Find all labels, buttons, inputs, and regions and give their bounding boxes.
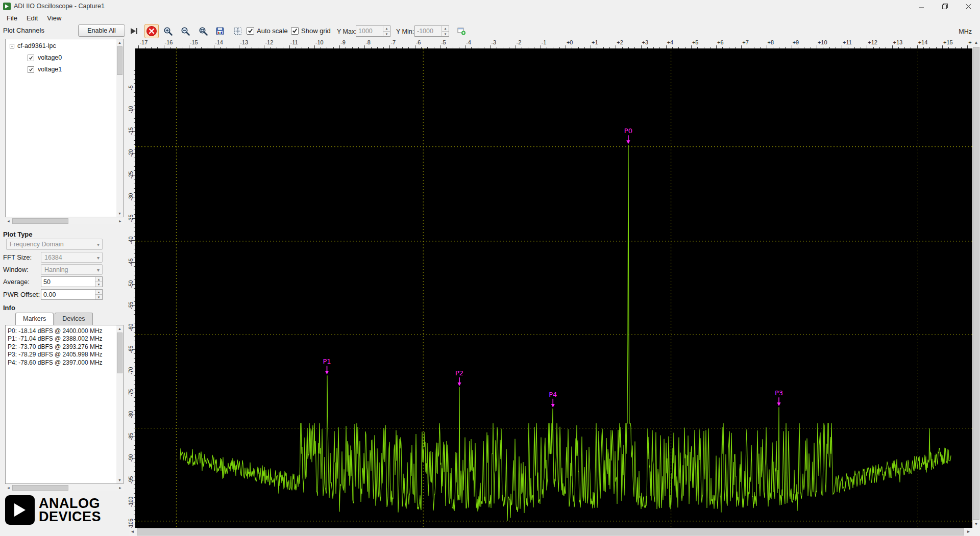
y-axis-tick-label: -40 (128, 237, 134, 244)
average-down-icon[interactable]: ▾ (95, 282, 102, 287)
channel-row: voltage0 (28, 54, 123, 61)
zoom-in-icon[interactable] (163, 27, 173, 36)
marker-arrow-icon (777, 402, 780, 406)
menu-file[interactable]: File (2, 13, 22, 23)
device-tree-root[interactable]: cf-ad9361-lpc (6, 39, 123, 49)
plot-type-label: Plot Type (3, 231, 33, 238)
y-axis-tick-label: -30 (128, 193, 134, 200)
y-min-down-icon[interactable]: ▾ (442, 31, 449, 37)
close-button[interactable] (957, 0, 980, 12)
scroll-right-icon[interactable]: ► (965, 528, 972, 535)
stop-capture-button[interactable] (144, 24, 159, 38)
auto-scale-checkbox[interactable] (247, 27, 254, 35)
tree-vscrollbar[interactable]: ▲ ▼ (116, 39, 123, 217)
x-axis-tick-label: +4 (667, 39, 674, 45)
fullscreen-icon[interactable] (233, 27, 242, 36)
minimize-button[interactable] (910, 0, 933, 12)
restore-button[interactable] (933, 0, 957, 12)
scroll-up-icon[interactable]: ▲ (116, 39, 123, 46)
scroll-up-icon[interactable]: ▲ (116, 325, 123, 332)
x-axis-tick-label: -10 (315, 39, 324, 45)
enable-all-button[interactable]: Enable All (78, 24, 125, 37)
y-max-down-icon[interactable]: ▾ (383, 31, 390, 37)
markers-hscrollbar[interactable]: ◄ ► (5, 484, 124, 491)
tree-vscroll-thumb[interactable] (117, 46, 122, 75)
y-min-input[interactable] (415, 26, 442, 36)
collapse-icon[interactable] (10, 44, 14, 48)
window-select[interactable]: Hanning ▾ (41, 264, 103, 275)
logo-line2: DEVICES (39, 510, 101, 523)
plot-channels-label: Plot Channels (3, 27, 44, 34)
plot-vscrollbar[interactable]: ▲ ▼ (972, 39, 980, 528)
average-up-icon[interactable]: ▴ (95, 277, 102, 282)
adi-logo-mark (5, 495, 35, 525)
pwr-offset-down-icon[interactable]: ▾ (95, 294, 102, 299)
plot-markers: P0P1P2P3P4 (323, 127, 783, 407)
y-max-up-icon[interactable]: ▴ (383, 26, 390, 31)
capture-once-button[interactable] (129, 27, 138, 36)
marker-label: P3 (775, 389, 783, 397)
y-axis-tick-label: -65 (128, 345, 134, 352)
y-max-input[interactable] (356, 26, 383, 36)
fft-size-select[interactable]: 16384 ▾ (41, 252, 103, 263)
auto-scale-label: Auto scale (257, 27, 288, 35)
zoom-fit-icon[interactable] (199, 27, 208, 36)
scroll-up-icon[interactable]: ▲ (972, 39, 980, 46)
y-axis-tick-label: -10 (128, 106, 134, 113)
average-input[interactable] (41, 277, 95, 287)
y-axis-ruler: -5-10-15-20-25-30-35-40-45-50-55-60-65-7… (129, 48, 135, 528)
y-axis-tick-label: -85 (128, 432, 134, 440)
plot-area[interactable]: P0P1P2P3P4 (135, 48, 972, 528)
show-grid-checkbox[interactable] (291, 27, 299, 35)
plot-type-select[interactable]: Frequency Domain ▾ (6, 239, 103, 250)
x-axis-tick-label: +13 (893, 39, 903, 45)
tree-hscroll-thumb[interactable] (12, 218, 68, 224)
scroll-down-icon[interactable]: ▼ (972, 520, 980, 528)
plot-vscroll-thumb[interactable] (973, 47, 979, 520)
scroll-down-icon[interactable]: ▼ (116, 477, 123, 483)
y-axis-tick-label: -5 (128, 85, 134, 90)
marker-info-line: P2: -73.70 dBFS @ 2393.276 MHz (8, 343, 115, 351)
new-plot-icon[interactable] (457, 27, 466, 36)
fft-size-label: FFT Size: (3, 253, 32, 261)
chevron-down-icon: ▾ (97, 267, 100, 272)
plot-hscroll-thumb[interactable] (137, 528, 964, 535)
markers-vscrollbar[interactable]: ▲ ▼ (116, 325, 123, 483)
y-axis-tick-label: -15 (128, 127, 134, 135)
y-max-label: Y Max: (337, 28, 357, 35)
scroll-down-icon[interactable]: ▼ (116, 210, 123, 217)
plot-hscrollbar[interactable]: ◄ ► (129, 528, 972, 536)
auto-scale-toggle[interactable]: Auto scale (247, 27, 288, 35)
menu-view[interactable]: View (42, 13, 66, 23)
tab-devices[interactable]: Devices (55, 313, 92, 325)
tree-hscrollbar[interactable]: ◄ ► (5, 218, 124, 224)
tab-markers[interactable]: Markers (15, 313, 54, 325)
save-capture-icon[interactable] (215, 27, 225, 36)
pwr-offset-input[interactable] (41, 290, 95, 299)
scroll-left-icon[interactable]: ◄ (5, 218, 12, 224)
scroll-right-icon[interactable]: ► (117, 484, 124, 491)
scroll-left-icon[interactable]: ◄ (5, 484, 12, 491)
y-min-up-icon[interactable]: ▴ (442, 26, 449, 31)
fft-size-value: 16384 (44, 254, 62, 261)
average-spinbox[interactable]: ▴▾ (41, 276, 103, 287)
channel-checkbox-voltage1[interactable] (28, 66, 34, 73)
markers-vscroll-thumb[interactable] (117, 333, 122, 373)
pwr-offset-spinbox[interactable]: ▴▾ (41, 289, 103, 300)
markers-hscroll-thumb[interactable] (12, 485, 68, 491)
y-max-spinbox[interactable]: ▴▾ (356, 25, 390, 37)
spectrum-plot: P0P1P2P3P4 (135, 48, 972, 528)
channel-tree: cf-ad9361-lpc voltage0voltage1 ▲ ▼ (5, 39, 124, 217)
show-grid-toggle[interactable]: Show grid (291, 27, 331, 35)
y-min-spinbox[interactable]: ▴▾ (414, 25, 449, 37)
marker-info-line: P1: -71.04 dBFS @ 2388.002 MHz (8, 335, 115, 343)
x-axis-tick-label: -7 (390, 39, 396, 45)
scroll-right-icon[interactable]: ► (117, 218, 124, 224)
channel-checkbox-voltage0[interactable] (28, 55, 34, 61)
menu-edit[interactable]: Edit (22, 13, 42, 23)
pwr-offset-up-icon[interactable]: ▴ (95, 290, 102, 294)
scroll-left-icon[interactable]: ◄ (129, 528, 136, 535)
marker-arrow-icon (626, 140, 630, 144)
toolbar: Auto scale Show grid Y Max: ▴▾ Y Min: ▴▾… (0, 23, 980, 39)
zoom-out-icon[interactable] (181, 27, 190, 36)
